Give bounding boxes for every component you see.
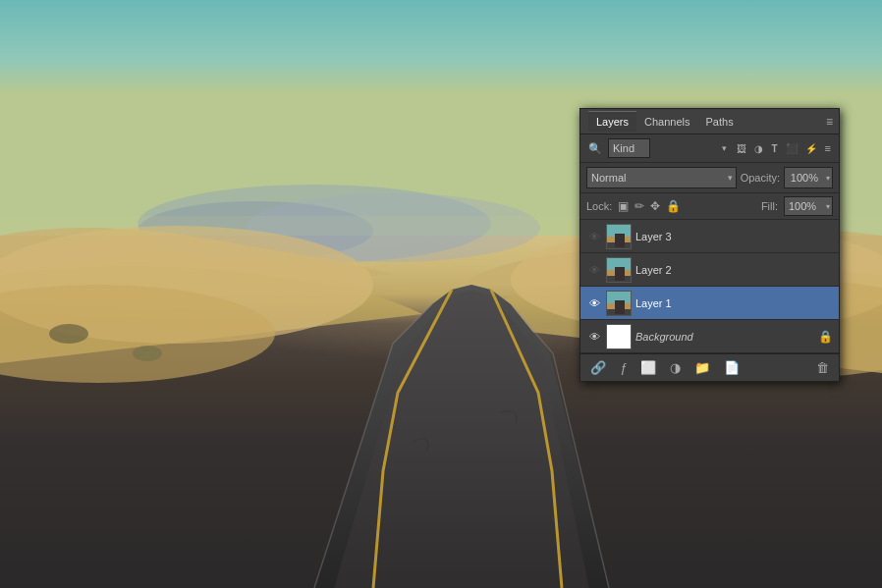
panel-bottom-toolbar: 🔗 ƒ ⬜ ◑ 📁 📄 🗑 bbox=[580, 353, 839, 381]
layer2-name: Layer 2 bbox=[635, 264, 833, 276]
layer-list: 👁 Layer 3 👁 bbox=[580, 220, 839, 353]
layer1-visibility-toggle[interactable]: 👁 bbox=[586, 295, 602, 311]
layer3-visibility-toggle[interactable]: 👁 bbox=[586, 229, 602, 244]
tab-paths[interactable]: Paths bbox=[698, 112, 742, 132]
layer-item-layer3[interactable]: 👁 Layer 3 bbox=[580, 220, 839, 253]
panel-menu-button[interactable]: ≡ bbox=[826, 115, 833, 129]
svg-point-9 bbox=[133, 346, 162, 361]
delete-layer-button[interactable]: 🗑 bbox=[812, 358, 833, 377]
svg-point-8 bbox=[49, 324, 88, 344]
background-thumbnail bbox=[606, 324, 632, 349]
filter-select-wrap: Kind bbox=[608, 138, 731, 158]
search-icon: 🔍 bbox=[586, 140, 604, 157]
type-filter-icon[interactable]: T bbox=[769, 141, 779, 156]
svg-rect-26 bbox=[615, 300, 625, 314]
svg-rect-22 bbox=[615, 267, 625, 281]
layer2-thumbnail bbox=[606, 257, 632, 283]
blend-opacity-row: Normal Opacity: ▾ bbox=[580, 163, 839, 193]
blend-mode-select[interactable]: Normal bbox=[586, 167, 737, 188]
layers-panel: Layers Channels Paths ≡ 🔍 Kind 🖼 ◑ T ⬛ ⚡… bbox=[579, 108, 840, 382]
smart-filter-icon[interactable]: ⚡ bbox=[803, 141, 819, 156]
tab-channels[interactable]: Channels bbox=[636, 112, 697, 132]
adjustment-filter-icon[interactable]: ◑ bbox=[752, 141, 765, 156]
link-layers-button[interactable]: 🔗 bbox=[586, 358, 610, 377]
layer3-thumbnail bbox=[606, 224, 632, 249]
pixel-filter-icon[interactable]: 🖼 bbox=[735, 141, 748, 156]
background-visibility-toggle[interactable]: 👁 bbox=[586, 329, 602, 345]
filter-kind-select[interactable]: Kind bbox=[608, 138, 650, 158]
opacity-label: Opacity: bbox=[741, 172, 780, 184]
background-lock-icon: 🔒 bbox=[818, 330, 833, 344]
lock-position-icon[interactable]: ✥ bbox=[650, 199, 660, 213]
fill-input[interactable] bbox=[784, 196, 833, 216]
lock-image-icon[interactable]: ✏ bbox=[634, 199, 644, 213]
add-group-button[interactable]: 📁 bbox=[690, 358, 714, 377]
background-name: Background bbox=[635, 331, 814, 343]
opacity-input[interactable] bbox=[784, 167, 833, 188]
lock-row: Lock: ▣ ✏ ✥ 🔒 Fill: ▾ bbox=[580, 193, 839, 220]
layer-item-layer1[interactable]: 👁 Layer 1 bbox=[580, 287, 839, 320]
layer-item-layer2[interactable]: 👁 Layer 2 bbox=[580, 253, 839, 287]
tab-layers[interactable]: Layers bbox=[588, 111, 636, 132]
filter-menu-icon[interactable]: ≡ bbox=[823, 140, 833, 156]
fill-label: Fill: bbox=[761, 200, 778, 212]
layer1-thumbnail bbox=[606, 291, 632, 316]
svg-rect-27 bbox=[607, 325, 632, 349]
filter-row: 🔍 Kind 🖼 ◑ T ⬛ ⚡ ≡ bbox=[580, 134, 839, 163]
shape-filter-icon[interactable]: ⬛ bbox=[784, 141, 799, 156]
layer3-name: Layer 3 bbox=[635, 231, 833, 242]
svg-rect-18 bbox=[615, 234, 625, 247]
layer1-name: Layer 1 bbox=[635, 297, 833, 309]
add-style-button[interactable]: ƒ bbox=[616, 358, 631, 377]
lock-pixels-icon[interactable]: ▣ bbox=[618, 199, 629, 213]
panel-tabs: Layers Channels Paths ≡ bbox=[580, 109, 839, 134]
layer2-visibility-toggle[interactable]: 👁 bbox=[586, 262, 602, 278]
blend-mode-select-wrap: Normal bbox=[586, 167, 737, 188]
new-layer-button[interactable]: 📄 bbox=[720, 358, 744, 377]
add-mask-button[interactable]: ⬜ bbox=[636, 358, 660, 377]
add-adjustment-button[interactable]: ◑ bbox=[666, 358, 685, 377]
layer-item-background[interactable]: 👁 Background 🔒 bbox=[580, 320, 839, 353]
lock-label: Lock: bbox=[586, 200, 612, 212]
lock-all-icon[interactable]: 🔒 bbox=[666, 199, 681, 213]
